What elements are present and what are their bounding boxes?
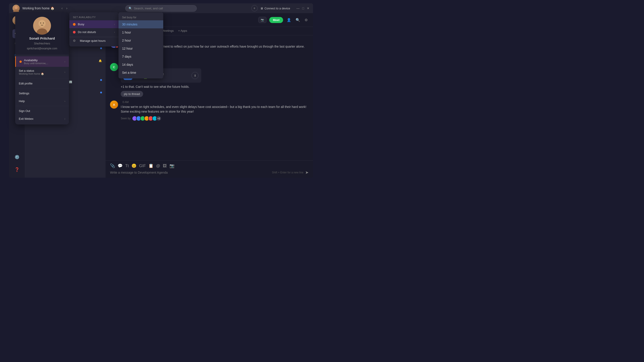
gif-icon[interactable]: GIF: [139, 164, 146, 168]
sign-out-label: Sign Out: [19, 109, 30, 113]
bell-icon: 🔔: [98, 59, 102, 62]
busy-1hour-option[interactable]: 1 hour: [118, 28, 163, 36]
busy-30min-option[interactable]: 30 minutes: [118, 20, 163, 28]
profile-popup: Sonali Pritchard She/Her/Hers spritchard…: [15, 12, 69, 124]
menu-divider: [15, 78, 69, 79]
menu-divider: [15, 106, 69, 106]
message-header: 0 AM: [121, 100, 308, 104]
message-input-area: 📎 💬 Tt 😊 GIF 📋 @ 🖼 📷 Shift + Enter for a…: [106, 160, 313, 178]
message-avatar: A: [110, 100, 118, 109]
send-button[interactable]: ➤: [305, 170, 308, 175]
exit-webex-menu-item[interactable]: Exit Webex ›: [15, 115, 69, 123]
sign-out-menu-item[interactable]: Sign Out: [15, 107, 69, 115]
message-input[interactable]: [110, 171, 270, 174]
avail-item-left: ⚙ Manage quiet hours: [73, 39, 106, 42]
svg-point-0: [14, 6, 18, 9]
profile-name: Sonali Pritchard: [29, 36, 55, 40]
availability-menu-item[interactable]: Availability Busy until tomorrow,... ›: [15, 56, 69, 67]
maximize-button[interactable]: □: [302, 6, 304, 10]
people-search-icon[interactable]: 👤: [286, 17, 292, 23]
set-status-menu-item[interactable]: Set a status Working from home 🏠 ›: [15, 67, 69, 77]
gear-icon: ⚙: [73, 39, 76, 42]
screen-icon: 🖥: [260, 7, 263, 10]
message-text: I know we're on tight schedules, and eve…: [121, 105, 308, 114]
whiteboard-icon[interactable]: 📋: [148, 163, 154, 168]
chat-search-icon[interactable]: 🔍: [295, 17, 301, 23]
help-menu-item[interactable]: Help ›: [15, 97, 69, 105]
forward-arrow-icon[interactable]: ›: [65, 5, 68, 11]
availability-submenu: Set availability Busy › Do not disturb ›…: [69, 12, 118, 46]
message-time: 0 AM: [122, 100, 128, 104]
busy-12hour-option[interactable]: 12 hour: [118, 44, 163, 52]
profile-avatar: [33, 17, 51, 35]
unread-indicator: [100, 47, 102, 49]
titlebar-right: + 🖥 Connect to a device — □ ✕: [251, 5, 310, 11]
message-item: A 0 AM I know we're on tight schedules, …: [110, 100, 308, 121]
camera-icon[interactable]: 📷: [170, 163, 174, 168]
dnd-dot: [73, 31, 76, 33]
avail-item-left: Do not disturb: [73, 30, 96, 34]
download-button[interactable]: ⬇: [192, 72, 198, 79]
chevron-right-icon: ›: [114, 23, 115, 26]
search-icon: 🔍: [128, 7, 132, 10]
emoji-icon[interactable]: 😊: [132, 163, 136, 168]
settings-label: Settings: [19, 92, 29, 95]
busy-2hour-option[interactable]: 2 hour: [118, 36, 163, 44]
seen-avatars: +2: [132, 116, 162, 121]
busy-set-time-option[interactable]: Set a time: [118, 69, 163, 77]
chevron-right-icon: ›: [64, 60, 65, 63]
availability-dot: [20, 60, 22, 63]
svg-point-8: [43, 22, 44, 23]
busy-7days-option[interactable]: 7 days: [118, 52, 163, 60]
busy-14days-option[interactable]: 14 days: [118, 60, 163, 69]
image-icon[interactable]: 🖼: [163, 164, 167, 168]
minimize-button[interactable]: —: [296, 6, 300, 10]
search-box[interactable]: 🔍 Search, meet, and call: [125, 5, 197, 12]
titlebar-avatar[interactable]: [12, 5, 20, 12]
edit-profile-menu-item[interactable]: Edit profile: [15, 79, 69, 87]
availability-submenu-header: Set availability: [69, 14, 118, 20]
titlebar-title: Working from home 🏠: [22, 6, 54, 10]
dnd-option[interactable]: Do not disturb ›: [69, 28, 118, 36]
attachment-icon[interactable]: 📎: [110, 163, 115, 168]
search-placeholder: Search, meet, and call: [134, 7, 163, 10]
svg-point-5: [38, 20, 46, 27]
window-controls: — □ ✕: [296, 6, 310, 10]
tab-meetings[interactable]: Meetings: [162, 27, 174, 35]
availability-label: Availability: [24, 58, 48, 62]
titlebar-nav: ‹ ›: [60, 5, 68, 11]
busy-for-header: Set busy for: [118, 14, 163, 20]
busy-dot: [73, 23, 76, 26]
titlebar: Working from home 🏠 ‹ › 🔍 Search, meet, …: [9, 3, 313, 13]
seen-more-badge: +2: [156, 116, 162, 121]
chevron-right-icon: ›: [64, 100, 65, 103]
add-to-space-button[interactable]: 📷: [258, 17, 266, 23]
mention-icon[interactable]: @: [156, 164, 160, 168]
text-format-icon[interactable]: Tt: [125, 164, 129, 168]
tab-apps[interactable]: + Apps: [178, 27, 187, 35]
chevron-right-icon: ›: [64, 71, 65, 74]
settings-icon[interactable]: ⚙️: [12, 153, 22, 162]
settings-gear-icon[interactable]: ⚙: [304, 17, 308, 23]
input-row: Shift + Enter for a new line ➤: [110, 170, 308, 175]
help-icon[interactable]: ❓: [12, 165, 22, 174]
profile-menu: Availability Busy until tomorrow,... › S…: [15, 54, 69, 124]
unread-indicator: [100, 92, 102, 93]
sidebar-bottom: ⚙️ ❓: [12, 152, 22, 175]
message-avatar: C: [110, 63, 118, 71]
back-arrow-icon[interactable]: ‹: [60, 5, 64, 11]
connect-device-button[interactable]: 🖥 Connect to a device: [260, 7, 290, 10]
reply-to-thread-button[interactable]: ply to thread: [121, 91, 143, 97]
set-status-sub: Working from home 🏠: [19, 72, 44, 75]
chat-header-actions: 📷 Meet 👤 🔍 ⚙: [258, 17, 308, 23]
add-button[interactable]: +: [251, 5, 258, 11]
settings-menu-item[interactable]: Settings: [15, 89, 69, 97]
message-text: +1 to that. Can't wait to see what the f…: [121, 84, 308, 89]
thread-icon[interactable]: 💬: [118, 163, 122, 168]
manage-quiet-hours-label: Manage quiet hours: [80, 39, 106, 42]
menu-item-left: Set a status Working from home 🏠: [19, 69, 44, 75]
meet-button[interactable]: Meet: [269, 17, 283, 23]
close-button[interactable]: ✕: [307, 6, 310, 10]
busy-option[interactable]: Busy ›: [69, 20, 118, 28]
manage-quiet-hours-option[interactable]: ⚙ Manage quiet hours: [69, 37, 118, 45]
